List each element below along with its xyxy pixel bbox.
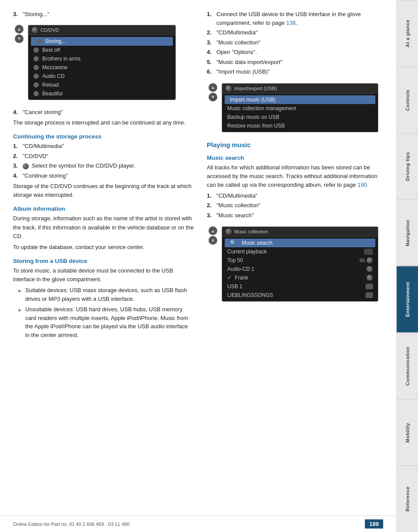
current-playback-icon <box>364 249 373 255</box>
import-export-screenshot: Import/export (USB) Import music (USB) M… <box>222 83 378 132</box>
r-step-2-num: 2. <box>207 28 215 37</box>
page-190-link[interactable]: 190 <box>357 182 367 188</box>
r-step-3: 3. "Music collection" <box>207 38 388 47</box>
top-50-value: 50 <box>360 258 365 263</box>
top-50-right: 50 <box>360 257 373 263</box>
lieblingssongs-row: LIEBLINGSSONGS <box>222 291 378 300</box>
c-step-3-text: Select the symbol for the CD/DVD player. <box>23 162 135 170</box>
audio-cd-1-row: Audio-CD 1 <box>222 265 378 273</box>
page-wrapper: 3. "Storing..." ▲ ▼ CD/DVD <box>0 0 418 532</box>
storing-item: Storing... <box>31 37 173 46</box>
sidebar-tab-controls[interactable]: Controls <box>397 67 418 133</box>
right-sidebar: At a glance Controls Driving tips Naviga… <box>396 0 418 532</box>
r-step-5: 5. "Music data import/export" <box>207 58 388 67</box>
r-step-2: 2. "CD/Multimedia" <box>207 28 388 37</box>
step-4: 4. "Cancel storing" <box>13 108 194 117</box>
cd-dvd-title-text: CD/DVD <box>40 27 59 33</box>
music-col-nav-arrows: ▲ ▼ <box>207 223 219 248</box>
sidebar-tab-mobility[interactable]: Mobility <box>397 399 418 466</box>
music-search-para: All tracks for which additional informat… <box>207 163 388 189</box>
music-col-icon <box>226 229 232 235</box>
nav-down-arrow[interactable]: ▼ <box>15 34 24 43</box>
c-step-4-num: 4. <box>13 172 21 180</box>
sidebar-tab-entertainment[interactable]: Entertainment <box>397 266 418 333</box>
footer-text: Online Edition for Part no. 01 40 2 606 … <box>13 522 129 527</box>
r-step-4-text: Open "Options". <box>216 48 257 57</box>
import-nav-up[interactable]: ▲ <box>209 83 217 92</box>
page-number: 189 <box>365 519 383 529</box>
usb-storing-heading: Storing from a USB device <box>13 258 194 264</box>
sidebar-tab-communication[interactable]: Communication <box>397 333 418 399</box>
page-138-link[interactable]: 138 <box>286 20 296 26</box>
top-50-row: Top 50 50 <box>222 256 378 265</box>
music-search-heading: Music search <box>207 155 388 161</box>
frank-row: ✓ Frank <box>222 273 378 282</box>
cd-dvd-screenshot: CD/DVD Storing... Best off <box>28 25 176 100</box>
import-title-icon <box>226 85 232 91</box>
import-menu: Import music (USB) Music collection mana… <box>222 94 378 132</box>
cd-title-icon <box>32 27 38 33</box>
sidebar-tab-reference[interactable]: Reference <box>397 465 418 532</box>
cd-symbol-icon <box>23 163 29 169</box>
callout-line-import <box>222 97 222 98</box>
brothers-icon <box>34 56 39 61</box>
music-collection-screenshot: Music collection 🔍 Music search Current … <box>222 226 378 302</box>
r-step-6-text: "Import music (USB)" <box>216 67 270 76</box>
c-step-4: 4. "Continue storing" <box>13 172 194 180</box>
cd-dvd-screenshot-container: ▲ ▼ CD/DVD Storing... <box>13 21 194 104</box>
cd-dvd-title-bar: CD/DVD <box>28 25 175 35</box>
music-col-nav-down[interactable]: ▼ <box>209 236 217 245</box>
usb-1-folder-icon <box>366 284 373 289</box>
ms-step-1-num: 1. <box>207 192 215 200</box>
r-step-2-text: "CD/Multimedia" <box>216 28 257 37</box>
ms-step-1-text: "CD/Multimedia" <box>216 192 257 200</box>
r-step-3-num: 3. <box>207 38 215 47</box>
ms-step-2: 2. "Music collection" <box>207 201 388 210</box>
storing-icon <box>36 39 41 44</box>
best-off-item: Best off <box>28 46 175 54</box>
sidebar-tab-navigation[interactable]: Navigation <box>397 199 418 266</box>
sidebar-tab-at-a-glance[interactable]: At a glance <box>397 0 418 67</box>
audio-cd-item: Audio CD <box>28 72 175 81</box>
ms-step-3: 3. "Music search" <box>207 211 388 220</box>
import-nav-down[interactable]: ▼ <box>209 93 217 101</box>
audio-cd-icon <box>34 74 39 79</box>
brothers-item: Brothers in arms <box>28 54 175 63</box>
step-3-text: "Storing..." <box>23 10 49 19</box>
mezzanine-icon <box>34 65 39 70</box>
sidebar-tab-driving-tips[interactable]: Driving tips <box>397 133 418 200</box>
r-step-6: 6. "Import music (USB)" <box>207 67 388 76</box>
import-title-bar: Import/export (USB) <box>222 84 378 94</box>
backup-music-item: Backup music on USB <box>222 113 378 121</box>
album-info-para2: To update the database, contact your ser… <box>13 243 194 252</box>
c-step-3-num: 3. <box>13 162 21 170</box>
ms-step-3-text: "Music search" <box>216 211 254 220</box>
step-3-number: 3. <box>13 10 21 19</box>
step-4-number: 4. <box>13 108 21 117</box>
music-collection-container: ▲ ▼ Music collection 🔍 Music search <box>207 223 388 306</box>
import-title-text: Import/export (USB) <box>234 86 277 91</box>
bullet-suitable: ► Suitable devices: USB mass storage dev… <box>17 286 194 303</box>
cd-dvd-menu: Storing... Best off Brothers in arms <box>28 35 175 100</box>
frank-checkmark: ✓ <box>227 275 232 281</box>
main-content: 3. "Storing..." ▲ ▼ CD/DVD <box>0 0 396 532</box>
ms-step-2-num: 2. <box>207 201 215 210</box>
r-step-1: 1. Connect the USB device to the USB int… <box>207 10 388 27</box>
r-step-1-num: 1. <box>207 10 215 27</box>
c-step-3: 3. Select the symbol for the CD/DVD play… <box>13 162 194 170</box>
nav-up-arrow[interactable]: ▲ <box>15 25 24 34</box>
audio-cd-1-icon <box>367 266 373 272</box>
playing-music-heading: Playing music <box>207 141 388 148</box>
c-step-4-text: "Continue storing" <box>23 172 68 180</box>
c-step-2-num: 2. <box>13 152 21 161</box>
import-export-container: ▲ ▼ Import/export (USB) Impo <box>207 80 388 137</box>
reload-item: Reload <box>28 81 175 89</box>
bullet-suitable-text: Suitable devices: USB mass storage devic… <box>25 286 194 303</box>
bullet-unsuitable-text: Unsuitable devices: USB hard drives, USB… <box>25 305 194 339</box>
r-step-6-num: 6. <box>207 67 215 76</box>
usb-1-row: USB 1 <box>222 282 378 291</box>
restore-music-item: Restore music from USB <box>222 121 378 130</box>
r-step-1-text: Connect the USB device to the USB interf… <box>216 10 388 27</box>
music-col-nav-up[interactable]: ▲ <box>209 226 217 235</box>
ms-step-1: 1. "CD/Multimedia" <box>207 192 388 200</box>
